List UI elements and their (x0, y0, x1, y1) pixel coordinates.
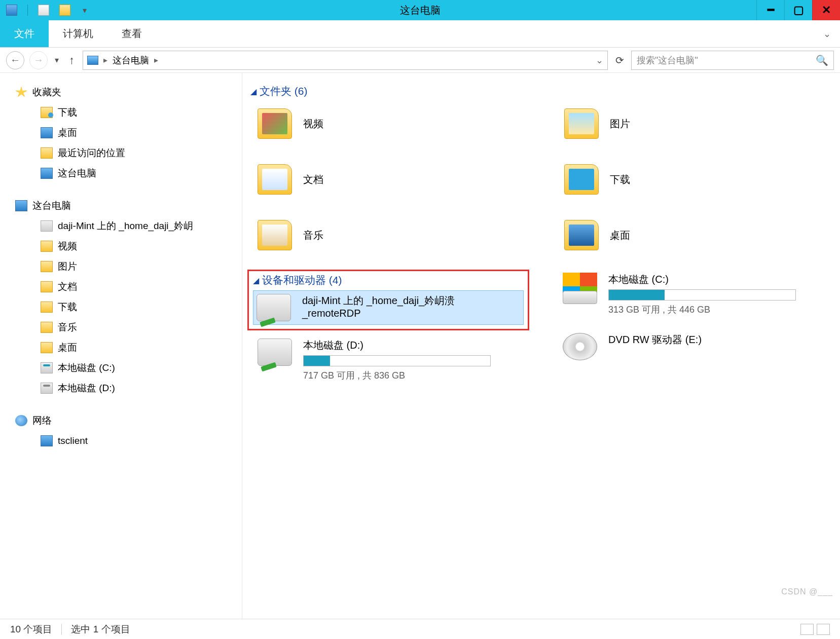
tree-item-downloads[interactable]: 下载 (0, 297, 242, 317)
search-box[interactable]: 搜索"这台电脑" 🔍 (631, 51, 834, 70)
tree-item-tsclient[interactable]: tsclient (0, 431, 242, 451)
remote-drive-icon (257, 294, 291, 321)
qat-dropdown-icon[interactable]: ▾ (81, 6, 89, 15)
drive-icon (41, 383, 53, 394)
view-tiles-button[interactable] (817, 624, 830, 635)
breadcrumb-chevron-icon[interactable]: ▸ (103, 55, 107, 65)
tree-root-network[interactable]: 网络 (0, 410, 242, 431)
breadcrumb-location[interactable]: 这台电脑 (113, 54, 149, 66)
tree-group-favorites: 收藏夹 下载 桌面 最近访问的位置 这台电脑 (0, 82, 242, 183)
tree-item-remote[interactable]: daji-Mint 上的 _home_daji_妗岄 (0, 216, 242, 236)
tab-computer[interactable]: 计算机 (49, 20, 107, 47)
folder-tile-downloads[interactable]: 下载 (564, 159, 830, 200)
tree-item-drive-d[interactable]: 本地磁盘 (D:) (0, 378, 242, 398)
tree-root-favorites[interactable]: 收藏夹 (0, 82, 242, 102)
maximize-button[interactable]: ▢ (784, 0, 812, 20)
tree-label: 本地磁盘 (D:) (58, 382, 115, 395)
tree-item-desktop[interactable]: 桌面 (0, 337, 242, 358)
tab-file[interactable]: 文件 (0, 20, 49, 47)
window-buttons: ━ ▢ ✕ (756, 0, 840, 20)
network-icon (15, 415, 27, 426)
section-header-devices[interactable]: ◢ 设备和驱动器 (4) (253, 273, 524, 287)
tree-root-thispc[interactable]: 这台电脑 (0, 196, 242, 216)
collapse-marker-icon: ◢ (253, 276, 259, 285)
status-separator (61, 624, 62, 635)
drive-stats: 717 GB 可用 , 共 836 GB (303, 369, 491, 382)
tree-item-downloads[interactable]: 下载 (0, 102, 242, 123)
capacity-bar (303, 355, 491, 366)
folder-icon (41, 322, 53, 333)
drive-tile-c[interactable]: 本地磁盘 (C:) 313 GB 可用 , 共 446 GB (560, 270, 799, 319)
folder-icon (258, 220, 292, 250)
tree-label: 本地磁盘 (C:) (58, 361, 115, 374)
windows-drive-icon (563, 273, 597, 300)
folder-icon (41, 342, 53, 353)
minimize-button[interactable]: ━ (756, 0, 784, 20)
section-header-folders[interactable]: ◢ 文件夹 (6) (250, 84, 830, 98)
tree-label: 这台电脑 (32, 199, 71, 212)
drive-tile-remote[interactable]: daji-Mint 上的 _home_daji_妗岄溃_remoteRDP (253, 290, 524, 325)
folder-icon (564, 164, 599, 195)
tree-item-music[interactable]: 音乐 (0, 317, 242, 337)
history-dropdown-icon[interactable]: ▾ (53, 55, 61, 65)
folder-tile-desktop[interactable]: 桌面 (564, 215, 830, 255)
breadcrumb-chevron-icon[interactable]: ▸ (154, 55, 158, 65)
drive-name: DVD RW 驱动器 (E:) (608, 333, 702, 347)
folder-tile-videos[interactable]: 视频 (258, 103, 524, 144)
tree-group-network: 网络 tsclient (0, 410, 242, 451)
tree-item-drive-c[interactable]: 本地磁盘 (C:) (0, 358, 242, 378)
tile-label: 视频 (303, 117, 323, 131)
tile-label: 文档 (303, 173, 323, 186)
tree-item-pictures[interactable]: 图片 (0, 256, 242, 277)
monitor-icon (41, 127, 53, 138)
tree-label: 桌面 (58, 341, 77, 354)
folder-icon (41, 302, 53, 313)
tile-label: 图片 (610, 117, 630, 131)
drive-tile-d[interactable]: 本地磁盘 (D:) 717 GB 可用 , 共 836 GB (247, 335, 529, 385)
refresh-button[interactable]: ⟳ (613, 54, 626, 66)
tree-label: 这台电脑 (58, 167, 96, 180)
ribbon-expand-icon[interactable]: ⌄ (823, 28, 831, 40)
tree-label: daji-Mint 上的 _home_daji_妗岄 (58, 219, 193, 233)
tree-label: 收藏夹 (32, 86, 61, 99)
pc-icon (41, 168, 53, 179)
devices-section: ◢ 设备和驱动器 (4) daji-Mint 上的 _home_daji_妗岄溃… (247, 270, 830, 385)
tile-label: 音乐 (303, 229, 323, 242)
up-button[interactable]: ↑ (66, 54, 78, 67)
tree-item-documents[interactable]: 文档 (0, 277, 242, 297)
tab-view[interactable]: 查看 (107, 20, 156, 47)
new-folder-icon[interactable] (59, 5, 70, 16)
content-pane: ◢ 文件夹 (6) 视频 图片 文档 下载 音乐 桌面 ◢ 设备和驱动器 (4) (242, 73, 840, 619)
pc-icon (15, 200, 27, 211)
back-button[interactable]: ← (6, 51, 24, 69)
properties-icon[interactable] (38, 5, 49, 16)
drive-name: 本地磁盘 (D:) (303, 339, 491, 352)
star-icon (15, 87, 27, 98)
view-details-button[interactable] (800, 624, 814, 635)
annotation-highlight-box: ◢ 设备和驱动器 (4) daji-Mint 上的 _home_daji_妗岄溃… (247, 270, 529, 330)
tree-label: tsclient (58, 435, 88, 446)
address-dropdown-icon[interactable]: ⌄ (596, 55, 603, 66)
drive-tile-dvd[interactable]: DVD RW 驱动器 (E:) (560, 330, 799, 363)
tree-item-videos[interactable]: 视频 (0, 236, 242, 256)
folder-tile-documents[interactable]: 文档 (258, 159, 524, 200)
pc-icon (41, 435, 53, 446)
folder-icon (564, 220, 599, 250)
tree-item-recent[interactable]: 最近访问的位置 (0, 143, 242, 163)
drive-stats: 313 GB 可用 , 共 446 GB (608, 304, 796, 316)
forward-button[interactable]: → (29, 51, 48, 69)
tree-item-desktop[interactable]: 桌面 (0, 123, 242, 143)
folder-tile-pictures[interactable]: 图片 (564, 103, 830, 144)
search-icon[interactable]: 🔍 (816, 54, 828, 66)
tile-label: 下载 (610, 173, 630, 186)
capacity-bar (608, 289, 796, 300)
folder-icon (41, 147, 53, 159)
address-bar[interactable]: ▸ 这台电脑 ▸ ⌄ (83, 51, 608, 70)
tree-item-thispc[interactable]: 这台电脑 (0, 163, 242, 183)
folder-icon (41, 261, 53, 272)
close-button[interactable]: ✕ (812, 0, 840, 20)
remote-drive-icon (41, 220, 53, 232)
tree-label: 图片 (58, 260, 77, 273)
drive-name: daji-Mint 上的 _home_daji_妗岄溃_remoteRDP (302, 294, 505, 319)
folder-tile-music[interactable]: 音乐 (258, 215, 524, 255)
